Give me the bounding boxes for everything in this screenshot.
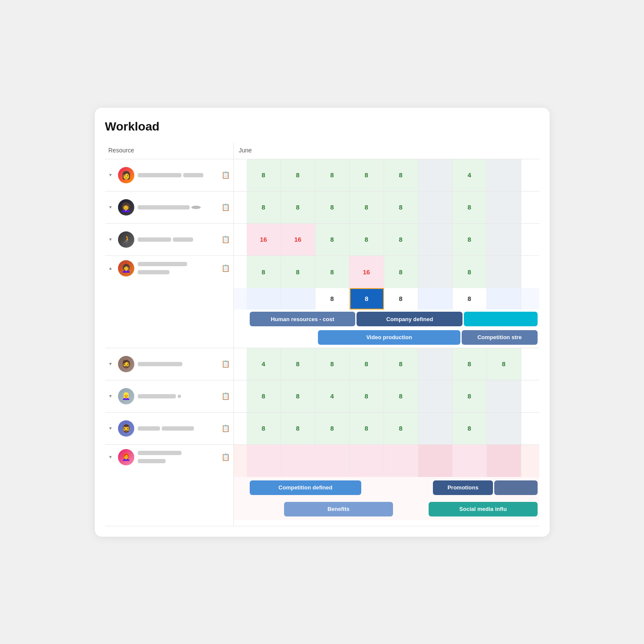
avatar: 👩‍🦱	[118, 260, 134, 276]
calendar-icon[interactable]: 📋	[221, 424, 230, 432]
cell[interactable]: 8	[247, 256, 281, 288]
data-row-6: 8 8 4 8 8 8	[234, 380, 539, 413]
task-bar-teal[interactable]	[464, 312, 537, 326]
chevron-icon[interactable]: ▼	[109, 205, 115, 210]
cell[interactable]: 8	[281, 191, 315, 223]
cell[interactable]: 8	[315, 413, 350, 444]
cell[interactable]: 4	[247, 348, 281, 380]
resource-row: ▼ 👩‍🦱 📋	[105, 191, 233, 224]
cell[interactable]: 8	[247, 413, 281, 444]
cell-weekend	[418, 348, 453, 380]
cell[interactable]: 8	[315, 256, 350, 288]
resource-name	[138, 362, 218, 366]
cell[interactable]: 8	[384, 224, 418, 255]
calendar-icon[interactable]: 📋	[221, 392, 230, 400]
chevron-icon[interactable]: ▼	[109, 455, 115, 459]
cell-overloaded[interactable]: 16	[350, 256, 384, 288]
data-row-1: 8 8 8 8 8 4	[234, 159, 539, 191]
task-bar-promotions-extra[interactable]	[494, 480, 537, 495]
cell-overloaded[interactable]: 16	[281, 224, 315, 255]
resource-name	[138, 426, 218, 431]
cell[interactable]: 8	[247, 380, 281, 412]
sub-cell-selected[interactable]: 8	[350, 288, 384, 310]
cell-weekend	[418, 256, 453, 288]
task-bar-video-production[interactable]: Video production	[318, 330, 461, 345]
calendar-icon[interactable]: 📋	[221, 235, 230, 243]
task-bar-promotions[interactable]: Promotions	[433, 480, 493, 495]
data-grid: June 8 8 8 8 8 4 8 8 8 8 8	[234, 142, 539, 526]
sub-cell[interactable]: 8	[384, 288, 418, 310]
cell[interactable]: 8	[453, 413, 487, 444]
chevron-icon[interactable]: ▲	[109, 266, 115, 270]
cell[interactable]: 4	[315, 380, 350, 412]
cell[interactable]: 8	[384, 348, 418, 380]
cell[interactable]: 8	[281, 380, 315, 412]
cell[interactable]: 8	[384, 159, 418, 191]
workload-grid: Resource ▼ 👩 📋 ▼	[105, 142, 539, 526]
cell[interactable]: 8	[350, 413, 384, 444]
cell[interactable]: 8	[384, 380, 418, 412]
calendar-icon[interactable]: 📋	[221, 360, 230, 368]
sub-cell	[418, 288, 453, 310]
cell[interactable]: 8	[350, 159, 384, 191]
cell[interactable]: 8	[453, 224, 487, 255]
chevron-icon[interactable]: ▼	[109, 173, 115, 177]
cell[interactable]: 8	[247, 191, 281, 223]
task-bar-competition-defined[interactable]: Competition defined	[250, 480, 362, 495]
cell-weekend	[487, 159, 521, 191]
cell[interactable]: 4	[453, 159, 487, 191]
cell[interactable]: 8	[453, 256, 487, 288]
resource-row: ▼ 🧔‍♂️ 📋	[105, 413, 233, 445]
cell[interactable]: 8	[453, 380, 487, 412]
task-bar-benefits[interactable]: Benefits	[284, 502, 393, 516]
cell[interactable]: 8	[315, 224, 350, 255]
cell-pink	[453, 445, 487, 477]
cell[interactable]: 8	[315, 348, 350, 380]
cell[interactable]: 8	[453, 191, 487, 223]
task-bar-competition-stre[interactable]: Competition stre	[462, 330, 537, 345]
cell[interactable]: 8	[384, 413, 418, 444]
cell[interactable]: 8	[281, 256, 315, 288]
chevron-icon[interactable]: ▼	[109, 361, 115, 366]
cell[interactable]: 8	[315, 191, 350, 223]
cell-pink	[487, 445, 521, 477]
cell[interactable]: 8	[247, 159, 281, 191]
cell-pink	[418, 445, 453, 477]
cell[interactable]: 8	[281, 413, 315, 444]
cell[interactable]: 8	[350, 191, 384, 223]
calendar-icon[interactable]: 📋	[221, 264, 230, 272]
resource-row: ▼ 🧑‍🦯 📋	[105, 224, 233, 256]
sub-cell[interactable]: 8	[315, 288, 350, 310]
cell-overloaded[interactable]: 16	[247, 224, 281, 255]
resource-name	[138, 394, 218, 398]
chevron-icon[interactable]: ▼	[109, 394, 115, 398]
resource-name	[138, 237, 218, 242]
calendar-icon[interactable]: 📋	[221, 453, 230, 461]
data-row-7: 8 8 8 8 8 8	[234, 413, 539, 445]
cell[interactable]: 8	[281, 159, 315, 191]
resource-row: ▼ 👱‍♀️ 📋	[105, 380, 233, 413]
month-header: June	[234, 142, 539, 159]
task-bar-company-defined[interactable]: Company defined	[357, 312, 463, 326]
sub-cell	[487, 288, 521, 310]
cell[interactable]: 8	[350, 224, 384, 255]
cell[interactable]: 8	[315, 159, 350, 191]
sub-cell[interactable]: 8	[453, 288, 487, 310]
calendar-icon[interactable]: 📋	[221, 171, 230, 179]
cell[interactable]: 8	[453, 348, 487, 380]
cell[interactable]: 8	[384, 256, 418, 288]
cell[interactable]: 8	[350, 348, 384, 380]
cell[interactable]: 8	[487, 348, 521, 380]
cell-pink	[384, 445, 418, 477]
sub-cell	[281, 288, 315, 310]
cell[interactable]: 8	[350, 380, 384, 412]
cell-weekend	[418, 380, 453, 412]
chevron-icon[interactable]: ▼	[109, 426, 115, 431]
cell-weekend	[487, 224, 521, 255]
calendar-icon[interactable]: 📋	[221, 203, 230, 211]
cell[interactable]: 8	[281, 348, 315, 380]
task-bar-human-resources[interactable]: Human resources - cost	[250, 312, 356, 326]
chevron-icon[interactable]: ▼	[109, 237, 115, 242]
cell[interactable]: 8	[384, 191, 418, 223]
task-bar-social-media[interactable]: Social media influ	[429, 502, 537, 516]
